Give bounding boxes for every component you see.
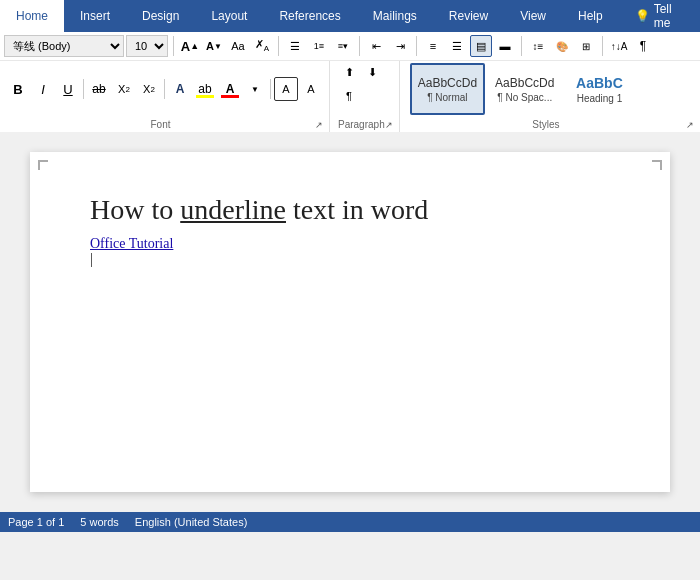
sort-icon: ↑↓A	[611, 41, 628, 52]
font-group-label: Font ↗	[6, 119, 323, 130]
char-shade-button[interactable]: A	[299, 77, 323, 101]
justify-button[interactable]: ▬	[494, 35, 516, 57]
word-count: 5 words	[80, 516, 119, 528]
line-spacing-button[interactable]: ↕≡	[527, 35, 549, 57]
tab-tellme[interactable]: 💡 Tell me	[619, 0, 700, 32]
paragraph-expand-icon[interactable]: ↗	[385, 120, 393, 130]
style-normal-label: ¶ Normal	[427, 92, 467, 103]
multilevel-list-button[interactable]: ≡▾	[332, 35, 354, 57]
styles-group: AaBbCcDd ¶ Normal AaBbCcDd ¶ No Spac... …	[400, 61, 700, 132]
shrink-font-icon: A	[206, 40, 214, 52]
styles-group-label: Styles ↗	[406, 119, 694, 130]
tab-layout[interactable]: Layout	[195, 0, 263, 32]
corner-tl	[38, 160, 48, 170]
lightbulb-icon: 💡	[635, 9, 650, 23]
strikethrough-button[interactable]: ab	[87, 77, 111, 101]
show-para-icon: ¶	[640, 39, 646, 53]
style-normal[interactable]: AaBbCcDd ¶ Normal	[410, 63, 485, 115]
grow-font-icon: A	[181, 39, 190, 54]
para-spacing-up-button[interactable]: ⬆	[338, 61, 360, 83]
document-area: How to underline text in word Office Tut…	[0, 132, 700, 512]
status-bar: Page 1 of 1 5 words English (United Stat…	[0, 512, 700, 532]
styles-expand-icon[interactable]: ↗	[686, 120, 694, 130]
tab-insert[interactable]: Insert	[64, 0, 126, 32]
style-no-spacing-preview: AaBbCcDd	[495, 76, 554, 90]
tab-mailings[interactable]: Mailings	[357, 0, 433, 32]
font-name-select[interactable]: 等线 (Body)	[4, 35, 124, 57]
separator	[173, 36, 174, 56]
bold-button[interactable]: B	[6, 77, 30, 101]
align-left-icon: ≡	[430, 40, 436, 52]
separator3	[359, 36, 360, 56]
document-link[interactable]: Office Tutorial	[90, 236, 610, 252]
separator4	[416, 36, 417, 56]
tab-help[interactable]: Help	[562, 0, 619, 32]
styles-panel: AaBbCcDd ¶ Normal AaBbCcDd ¶ No Spac... …	[406, 61, 694, 117]
superscript-button[interactable]: X2	[137, 77, 161, 101]
show-para-button[interactable]: ¶	[632, 35, 654, 57]
corner-tr	[652, 160, 662, 170]
separator2	[278, 36, 279, 56]
bullets-button[interactable]: ☰	[284, 35, 306, 57]
tab-review[interactable]: Review	[433, 0, 504, 32]
paragraph-group: ⬆ ⬇ ¶ Paragraph ↗	[330, 61, 400, 132]
decrease-indent-button[interactable]: ⇤	[365, 35, 387, 57]
italic-button[interactable]: I	[31, 77, 55, 101]
show-marks-button[interactable]: ¶	[338, 85, 360, 107]
subscript-button[interactable]: X2	[112, 77, 136, 101]
clear-format-button[interactable]: ✗A	[251, 35, 273, 57]
title-underline-word: underline	[180, 194, 286, 225]
tab-view[interactable]: View	[504, 0, 562, 32]
paragraph-group-content: ⬆ ⬇ ¶	[338, 61, 393, 117]
shrink-font-button[interactable]: A▼	[203, 35, 225, 57]
underline-button[interactable]: U	[56, 77, 80, 101]
align-left-button[interactable]: ≡	[422, 35, 444, 57]
tab-home[interactable]: Home	[0, 0, 64, 32]
style-heading1[interactable]: AaBbC Heading 1	[564, 63, 634, 115]
font-group: B I U ab X2 X2 A ab A ▼	[0, 61, 330, 132]
font-color-bar	[221, 95, 239, 98]
font-color-arrow[interactable]: ▼	[243, 77, 267, 101]
style-no-spacing-label: ¶ No Spac...	[497, 92, 552, 103]
menu-bar: Home Insert Design Layout References Mai…	[0, 0, 700, 32]
text-cursor	[91, 253, 92, 267]
borders-button[interactable]: ⊞	[575, 35, 597, 57]
align-right-button[interactable]: ▤	[470, 35, 492, 57]
office-tutorial-link[interactable]: Office Tutorial	[90, 236, 173, 251]
tab-references[interactable]: References	[263, 0, 356, 32]
font-color-button[interactable]: A	[218, 77, 242, 101]
align-right-icon: ▤	[476, 40, 486, 53]
bullets-icon: ☰	[290, 40, 300, 53]
grow-font-button[interactable]: A▲	[179, 35, 201, 57]
text-effects-button[interactable]: A	[168, 77, 192, 101]
increase-indent-button[interactable]: ⇥	[389, 35, 411, 57]
char-border-button[interactable]: A	[274, 77, 298, 101]
highlight-icon: ab	[198, 82, 211, 96]
title-part1: How to	[90, 194, 180, 225]
style-normal-preview: AaBbCcDd	[418, 76, 477, 90]
separator5	[521, 36, 522, 56]
sort-button[interactable]: ↑↓A	[608, 35, 630, 57]
document-page[interactable]: How to underline text in word Office Tut…	[30, 152, 670, 492]
font-size-select[interactable]: 10.5	[126, 35, 168, 57]
highlight-color-bar	[196, 95, 214, 98]
tab-design[interactable]: Design	[126, 0, 195, 32]
language: English (United States)	[135, 516, 248, 528]
ribbon: 等线 (Body) 10.5 A▲ A▼ Aa ✗A ☰ 1≡ ≡▾	[0, 32, 700, 132]
change-case-icon: Aa	[231, 40, 244, 52]
highlight-color-button[interactable]: ab	[193, 77, 217, 101]
style-heading1-preview: AaBbC	[576, 75, 623, 91]
align-center-button[interactable]: ☰	[446, 35, 468, 57]
sep	[83, 79, 84, 99]
sep2	[164, 79, 165, 99]
shading-icon: 🎨	[556, 41, 568, 52]
numbering-button[interactable]: 1≡	[308, 35, 330, 57]
shading-button[interactable]: 🎨	[551, 35, 573, 57]
font-expand-icon[interactable]: ↗	[315, 120, 323, 130]
change-case-button[interactable]: Aa	[227, 35, 249, 57]
para-spacing-down-button[interactable]: ⬇	[361, 61, 383, 83]
numbering-icon: 1≡	[314, 41, 324, 51]
style-no-spacing[interactable]: AaBbCcDd ¶ No Spac...	[487, 63, 562, 115]
style-heading1-label: Heading 1	[577, 93, 623, 104]
document-title: How to underline text in word	[90, 192, 610, 228]
